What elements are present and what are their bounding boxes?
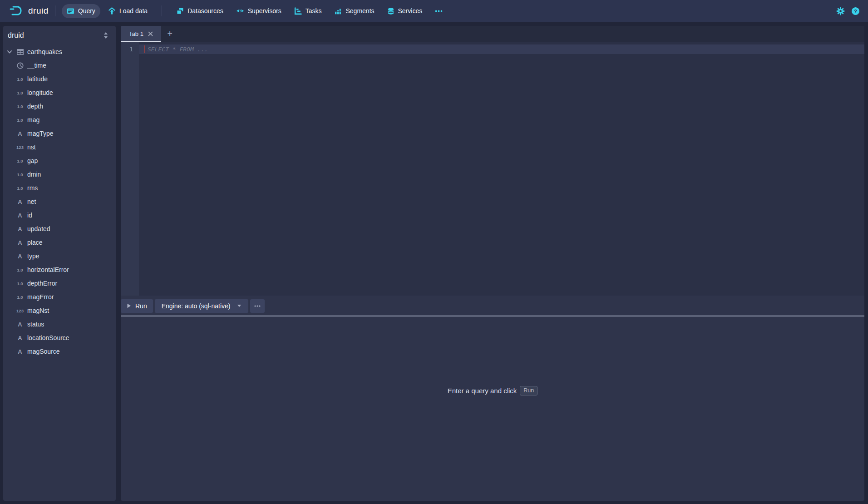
column-item-type[interactable]: Atype <box>3 249 116 263</box>
active-line-highlight <box>121 44 864 54</box>
logo-text: druid <box>28 6 49 16</box>
engine-select-button[interactable]: Engine: auto (sql-native) <box>155 299 249 313</box>
nav-item-label: Query <box>78 7 95 15</box>
float-type-icon: 1.0 <box>16 172 24 177</box>
tab-tab1[interactable]: Tab 1 <box>121 26 161 42</box>
column-item-locationSource[interactable]: AlocationSource <box>3 331 116 345</box>
column-name: magNst <box>27 307 49 314</box>
table-item-earthquakes[interactable]: earthquakes <box>3 45 116 59</box>
column-item-mag[interactable]: 1.0mag <box>3 113 116 127</box>
column-name: depth <box>27 103 43 110</box>
table-name: earthquakes <box>27 48 62 55</box>
column-item-rms[interactable]: 1.0rms <box>3 181 116 195</box>
column-name: id <box>27 212 32 219</box>
results-panel: Enter a query and click Run <box>121 317 864 501</box>
column-name: place <box>27 239 42 246</box>
nav-item-label: Services <box>398 7 423 15</box>
column-item-__time[interactable]: __time <box>3 59 116 72</box>
column-name: latitude <box>27 75 48 83</box>
float-type-icon: 1.0 <box>16 104 24 109</box>
play-icon <box>127 303 131 308</box>
int-type-icon: 123 <box>16 308 24 313</box>
add-tab-button[interactable]: + <box>161 26 178 42</box>
druid-logo[interactable]: druid <box>9 5 49 17</box>
column-item-nst[interactable]: 123nst <box>3 140 116 154</box>
nav-item-datasources[interactable]: Datasources <box>171 4 228 18</box>
column-item-latitude[interactable]: 1.0latitude <box>3 72 116 86</box>
column-item-status[interactable]: Astatus <box>3 317 116 331</box>
float-type-icon: 1.0 <box>16 186 24 191</box>
column-item-id[interactable]: Aid <box>3 208 116 222</box>
schema-title[interactable]: druid <box>8 31 103 40</box>
run-toolbar: Run Engine: auto (sql-native) <box>121 296 265 315</box>
run-more-button[interactable] <box>250 299 265 313</box>
column-item-magError[interactable]: 1.0magError <box>3 290 116 304</box>
nav-item-label: Tasks <box>306 7 322 15</box>
string-type-icon: A <box>16 239 24 246</box>
engine-label: Engine: auto (sql-native) <box>162 302 231 310</box>
editor-gutter: 1 <box>121 42 139 296</box>
string-type-icon: A <box>16 348 24 355</box>
column-item-magSource[interactable]: AmagSource <box>3 345 116 358</box>
more-icon <box>435 10 443 12</box>
nav-item-tasks[interactable]: Tasks <box>289 4 327 18</box>
schema-sidebar: druid earthquakes __time1.0latitude1.0lo… <box>3 26 116 501</box>
upload-icon <box>108 7 116 15</box>
column-name: depthError <box>27 280 57 287</box>
column-name: status <box>27 321 44 328</box>
column-name: mag <box>27 116 39 124</box>
column-item-depth[interactable]: 1.0depth <box>3 99 116 113</box>
nav-divider <box>162 5 162 16</box>
svg-text:?: ? <box>854 8 857 14</box>
run-button[interactable]: Run <box>121 299 153 313</box>
nav-item-segments[interactable]: Segments <box>329 4 379 18</box>
time-icon <box>16 62 24 69</box>
string-type-icon: A <box>16 253 24 260</box>
column-item-longitude[interactable]: 1.0longitude <box>3 86 116 99</box>
column-item-horizontalError[interactable]: 1.0horizontalError <box>3 263 116 277</box>
column-name: magType <box>27 130 54 137</box>
close-icon[interactable] <box>148 31 153 36</box>
column-item-place[interactable]: Aplace <box>3 236 116 249</box>
help-icon[interactable]: ? <box>851 7 860 15</box>
float-type-icon: 1.0 <box>16 77 24 82</box>
schema-header: druid <box>3 26 116 45</box>
column-name: horizontalError <box>27 266 69 273</box>
column-item-updated[interactable]: Aupdated <box>3 222 116 236</box>
string-type-icon: A <box>16 198 24 205</box>
run-button-label: Run <box>135 302 147 310</box>
eye-icon <box>236 8 244 14</box>
settings-gear-icon[interactable] <box>836 7 845 15</box>
float-type-icon: 1.0 <box>16 118 24 123</box>
column-item-dmin[interactable]: 1.0dmin <box>3 168 116 181</box>
run-key-badge: Run <box>520 386 538 395</box>
column-item-depthError[interactable]: 1.0depthError <box>3 277 116 290</box>
column-item-magNst[interactable]: 123magNst <box>3 304 116 317</box>
sql-editor[interactable]: 1 SELECT * FROM ... <box>121 42 864 296</box>
float-type-icon: 1.0 <box>16 295 24 300</box>
column-item-gap[interactable]: 1.0gap <box>3 154 116 168</box>
text-cursor <box>144 45 145 53</box>
column-name: magSource <box>27 348 60 355</box>
column-item-net[interactable]: Anet <box>3 195 116 208</box>
nav-item-query[interactable]: Query <box>62 4 100 18</box>
column-name: longitude <box>27 89 53 96</box>
datasources-icon <box>176 7 184 15</box>
nav-item-more[interactable] <box>430 7 448 15</box>
nav-item-label: Datasources <box>187 7 223 15</box>
nav-item-supervisors[interactable]: Supervisors <box>231 4 286 18</box>
query-panel: Tab 1 + 1 SELECT * FROM ... Run Engine: … <box>121 26 864 501</box>
float-type-icon: 1.0 <box>16 158 24 163</box>
string-type-icon: A <box>16 335 24 341</box>
nav-item-load-data[interactable]: Load data <box>103 4 153 18</box>
nav-item-services[interactable]: Services <box>382 4 428 18</box>
topbar-right: ? <box>836 7 860 15</box>
column-item-magType[interactable]: AmagType <box>3 127 116 140</box>
int-type-icon: 123 <box>16 145 24 150</box>
chevron-down-icon[interactable] <box>7 49 12 54</box>
double-caret-vertical-icon[interactable] <box>103 32 108 39</box>
column-name: __time <box>27 62 46 69</box>
float-type-icon: 1.0 <box>16 267 24 272</box>
main-nav: QueryLoad dataDatasourcesSupervisorsTask… <box>62 4 448 18</box>
column-name: dmin <box>27 171 41 178</box>
